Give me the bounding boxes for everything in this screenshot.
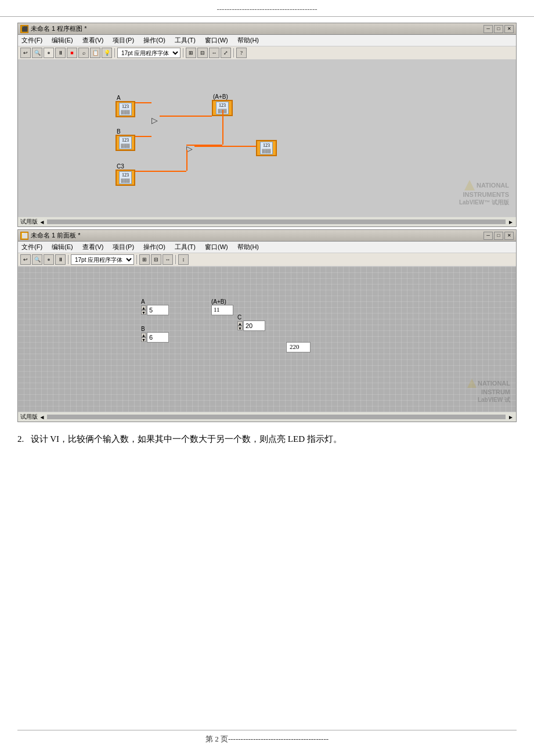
node-result[interactable]: 123▓▓▓ bbox=[256, 140, 277, 156]
bd-window-icon: ⬛ bbox=[20, 25, 28, 33]
toolbar-distribute[interactable]: ⊟ bbox=[197, 48, 208, 58]
control-c-input[interactable] bbox=[243, 321, 265, 331]
fp-toolbar-sep3 bbox=[175, 255, 176, 264]
node-a[interactable]: 123▓▓▓ bbox=[116, 101, 135, 117]
toolbar-zoom[interactable]: ⌕ bbox=[78, 48, 89, 58]
toolbar-run[interactable]: ● bbox=[44, 48, 54, 58]
toolbar-search[interactable]: 🔍 bbox=[32, 48, 42, 58]
toolbar-resize[interactable]: ↔ bbox=[209, 48, 219, 58]
fp-status-text: 试用版 bbox=[20, 413, 38, 421]
bd-canvas: A 123▓▓▓ B 123▓▓▓ C3 123▓▓▓ ▷ bbox=[18, 60, 516, 217]
menu-window[interactable]: 窗口(W) bbox=[203, 35, 230, 45]
control-b-container: B ▲ ▼ bbox=[141, 326, 169, 343]
toolbar-highlight[interactable]: 💡 bbox=[102, 48, 112, 58]
menu-tools[interactable]: 工具(T) bbox=[172, 35, 198, 45]
toolbar-pause[interactable]: ⏸ bbox=[55, 48, 66, 58]
fp-toolbar-run[interactable]: ● bbox=[44, 254, 54, 265]
control-a-container: A ▲ ▼ bbox=[141, 298, 169, 315]
control-a-arrows: ▲ ▼ bbox=[141, 305, 146, 315]
fp-toolbar-align[interactable]: ⊞ bbox=[139, 254, 150, 265]
page-footer: 第 2 页-----------------------------------… bbox=[17, 730, 517, 744]
bd-toolbar: ↩ 🔍 ● ⏸ ■ ⌕ 📋 💡 17pt 应用程序字体 ⊞ ⊟ ↔ ⤢ ? bbox=[18, 46, 516, 60]
menu-project[interactable]: 项目(P) bbox=[110, 35, 136, 45]
indicator-apb-container: (A+B) 11 bbox=[211, 298, 233, 315]
wire-b-add1 bbox=[135, 136, 151, 137]
step2-text: 2. 设计 VI，比较俩个输入数，如果其中一个数大于另一个数，则点亮 LED 指… bbox=[17, 431, 517, 447]
control-c-up[interactable]: ▲ bbox=[237, 321, 243, 326]
add-operator-1: ▷ bbox=[151, 116, 158, 125]
header-dashes: ---------------------------------------- bbox=[217, 5, 317, 13]
menu-operate[interactable]: 操作(O) bbox=[141, 35, 168, 45]
fp-menu-edit[interactable]: 编辑(E) bbox=[49, 242, 75, 252]
fp-statusbar: 试用版 ◄ ► bbox=[18, 412, 516, 422]
main-content: ⬛ 未命名 1 程序框图 * ─ □ ✕ 文件(F) 编辑(E) 查看(V) 项… bbox=[0, 17, 534, 462]
fp-ni-text-line1: NATIONAL bbox=[478, 379, 510, 387]
font-selector[interactable]: 17pt 应用程序字体 bbox=[117, 48, 181, 58]
control-c-down[interactable]: ▼ bbox=[237, 326, 243, 330]
bd-window-title: 未命名 1 程序框图 * bbox=[31, 24, 484, 33]
toolbar-sep1 bbox=[114, 48, 115, 57]
node-a-display: 123▓▓▓ bbox=[119, 103, 131, 116]
fp-toolbar-search[interactable]: 🔍 bbox=[32, 254, 42, 265]
close-button[interactable]: ✕ bbox=[504, 25, 514, 33]
page-header: ---------------------------------------- bbox=[0, 0, 534, 17]
menu-help[interactable]: 帮助(H) bbox=[235, 35, 261, 45]
minimize-button[interactable]: ─ bbox=[484, 25, 493, 33]
bd-scrollbar[interactable] bbox=[47, 219, 506, 224]
fp-toolbar-back[interactable]: ↩ bbox=[20, 254, 31, 265]
fp-ni-text-line3: LabVIEW 试 bbox=[467, 396, 510, 404]
fp-toolbar-pause[interactable]: ⏸ bbox=[55, 254, 66, 265]
control-a-down[interactable]: ▼ bbox=[141, 310, 146, 315]
fp-menubar: 文件(F) 编辑(E) 查看(V) 项目(P) 操作(O) 工具(T) 窗口(W… bbox=[18, 242, 516, 253]
toolbar-clipboard[interactable]: 📋 bbox=[90, 48, 100, 58]
toolbar-order[interactable]: ⤢ bbox=[221, 48, 231, 58]
menu-edit[interactable]: 编辑(E) bbox=[49, 35, 75, 45]
fp-toolbar-distribute[interactable]: ⊟ bbox=[151, 254, 161, 265]
node-apb-label: (A+B) bbox=[213, 93, 234, 100]
control-b-input[interactable] bbox=[147, 332, 169, 343]
wire-a-add1 bbox=[135, 102, 151, 103]
wire-add2-result bbox=[194, 146, 256, 147]
fp-toolbar-resize[interactable]: ↔ bbox=[163, 254, 173, 265]
fp-close-button[interactable]: ✕ bbox=[504, 232, 514, 240]
fp-menu-help[interactable]: 帮助(H) bbox=[235, 242, 261, 252]
fp-menu-tools[interactable]: 工具(T) bbox=[172, 242, 198, 252]
indicator-result-value: 220 bbox=[286, 342, 311, 352]
fp-menu-file[interactable]: 文件(F) bbox=[19, 242, 45, 252]
toolbar-back[interactable]: ↩ bbox=[20, 48, 31, 58]
control-b-up[interactable]: ▲ bbox=[141, 333, 146, 337]
node-c3-label-area: C3 123▓▓▓ bbox=[116, 163, 135, 186]
toolbar-abort[interactable]: ■ bbox=[67, 48, 77, 58]
step2-number: 2. bbox=[17, 434, 24, 444]
fp-menu-window[interactable]: 窗口(W) bbox=[203, 242, 230, 252]
fp-window-title: 未命名 1 前面板 * bbox=[31, 231, 484, 240]
fp-scrollbar[interactable] bbox=[47, 415, 506, 419]
fp-toolbar-order[interactable]: ↕ bbox=[178, 254, 189, 265]
node-c3[interactable]: 123▓▓▓ bbox=[116, 170, 135, 186]
indicator-apb-value: 11 bbox=[211, 305, 233, 315]
node-result-area: 123▓▓▓ bbox=[256, 140, 277, 156]
fp-menu-project[interactable]: 项目(P) bbox=[110, 242, 136, 252]
menu-file[interactable]: 文件(F) bbox=[19, 35, 45, 45]
menu-view[interactable]: 查看(V) bbox=[80, 35, 106, 45]
control-b-down[interactable]: ▼ bbox=[141, 337, 146, 342]
node-b[interactable]: 123▓▓▓ bbox=[116, 135, 135, 151]
fp-menu-operate[interactable]: 操作(O) bbox=[141, 242, 168, 252]
fp-menu-view[interactable]: 查看(V) bbox=[80, 242, 106, 252]
toolbar-help[interactable]: ? bbox=[236, 48, 247, 58]
toolbar-align[interactable]: ⊞ bbox=[186, 48, 196, 58]
fp-titlebar-buttons: ─ □ ✕ bbox=[484, 232, 514, 240]
toolbar-sep3 bbox=[233, 48, 234, 57]
node-c3-display: 123▓▓▓ bbox=[119, 171, 131, 184]
fp-font-selector[interactable]: 17pt 应用程序字体 bbox=[71, 254, 134, 265]
maximize-button[interactable]: □ bbox=[494, 25, 503, 33]
control-a-input[interactable] bbox=[147, 305, 169, 315]
fp-minimize-button[interactable]: ─ bbox=[484, 232, 493, 240]
indicator-apb-label: (A+B) bbox=[211, 298, 233, 305]
control-a-up[interactable]: ▲ bbox=[141, 305, 146, 310]
bd-statusbar: 试用版 ◄ ► bbox=[18, 217, 516, 226]
fp-canvas: A ▲ ▼ B ▲ ▼ bbox=[18, 267, 516, 412]
node-result-display: 123▓▓▓ bbox=[260, 142, 272, 154]
control-b-box: ▲ ▼ bbox=[141, 332, 169, 343]
fp-maximize-button[interactable]: □ bbox=[494, 232, 503, 240]
